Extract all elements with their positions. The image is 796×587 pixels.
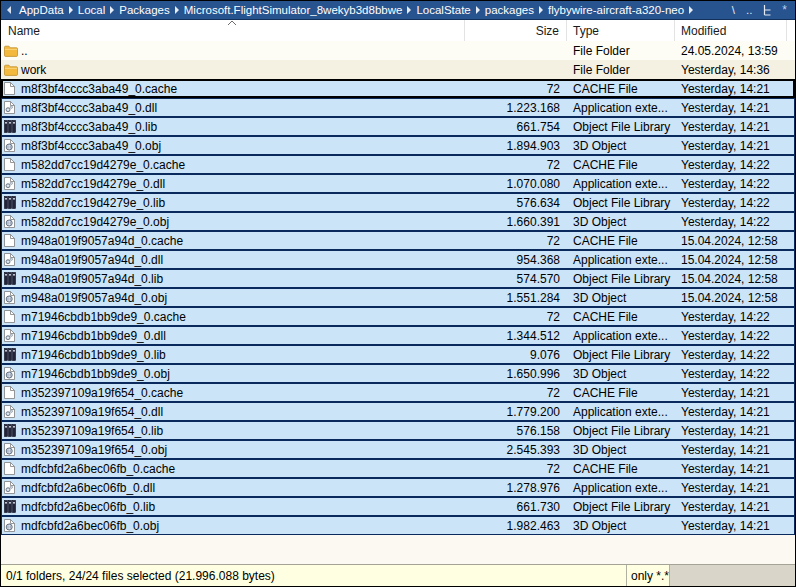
dll-file-icon (1, 329, 20, 342)
file-row[interactable]: m71946cbdb1bb9de9_0.dll1.344.512Applicat… (1, 326, 795, 345)
file-name: m948a019f9057a94d_0.cache (20, 234, 465, 248)
file-type: Application exte... (567, 481, 675, 495)
obj-file-icon (1, 139, 20, 152)
file-row[interactable]: m948a019f9057a94d_0.lib574.570Object Fil… (1, 269, 795, 288)
dll-file-icon (1, 177, 20, 190)
dll-file-icon (1, 481, 20, 494)
column-header-type-label: Type (573, 24, 599, 38)
file-row[interactable]: m8f3bf4cccc3aba49_0.dll1.223.168Applicat… (1, 98, 795, 117)
column-header-name[interactable]: Name (1, 20, 465, 41)
file-type: CACHE File (567, 462, 675, 476)
file-name: m582dd7cc19d4279e_0.cache (20, 158, 465, 172)
column-header-name-label: Name (8, 24, 40, 38)
file-row[interactable]: m352397109a19f654_0.obj2.545.3933D Objec… (1, 440, 795, 459)
breadcrumb-separator-icon[interactable] (110, 6, 114, 14)
file-row[interactable]: m71946cbdb1bb9de9_0.cache72CACHE FileYes… (1, 307, 795, 326)
file-modified: Yesterday, 14:21 (675, 405, 795, 419)
file-modified: Yesterday, 14:22 (675, 215, 795, 229)
breadcrumb-item[interactable]: AppData (15, 4, 68, 16)
file-type: Object File Library (567, 500, 675, 514)
file-size: 9.076 (465, 348, 567, 362)
file-name: m352397109a19f654_0.dll (20, 405, 465, 419)
file-row[interactable]: m352397109a19f654_0.cache72CACHE FileYes… (1, 383, 795, 402)
file-row[interactable]: m582dd7cc19d4279e_0.obj1.660.3913D Objec… (1, 212, 795, 231)
breadcrumb-item[interactable]: Microsoft.FlightSimulator_8wekyb3d8bbwe (180, 4, 407, 16)
column-header-modified-label: Modified (681, 24, 726, 38)
breadcrumb-back-icon[interactable] (7, 6, 11, 14)
breadcrumb-separator-icon[interactable] (689, 6, 693, 14)
breadcrumb-separator-icon[interactable] (539, 6, 543, 14)
file-row[interactable]: mdfcbfd2a6bec06fb_0.lib661.730Object Fil… (1, 497, 795, 516)
lib-file-icon (1, 120, 20, 133)
breadcrumb-separator-icon[interactable] (175, 6, 179, 14)
breadcrumb-separator-icon[interactable] (476, 6, 480, 14)
file-name: mdfcbfd2a6bec06fb_0.lib (20, 500, 465, 514)
filter-indicator[interactable]: only *.* (627, 565, 670, 586)
file-row[interactable]: m352397109a19f654_0.lib576.158Object Fil… (1, 421, 795, 440)
goto-root-icon[interactable]: \ (732, 1, 735, 20)
file-size: 1.344.512 (465, 329, 567, 343)
file-type: CACHE File (567, 82, 675, 96)
dll-file-icon (1, 101, 20, 114)
file-size: 576.634 (465, 196, 567, 210)
cache-file-icon (1, 310, 20, 323)
file-type: 3D Object (567, 139, 675, 153)
file-type: 3D Object (567, 215, 675, 229)
dll-file-icon (1, 405, 20, 418)
file-row[interactable]: m582dd7cc19d4279e_0.dll1.070.080Applicat… (1, 174, 795, 193)
breadcrumb-item[interactable]: flybywire-aircraft-a320-neo (544, 4, 688, 16)
parent-dir-icon[interactable]: .. (746, 1, 752, 20)
breadcrumb-item[interactable]: packages (481, 4, 538, 16)
file-row[interactable]: ..File Folder24.05.2024, 13:59 (1, 41, 795, 60)
file-modified: Yesterday, 14:22 (675, 177, 795, 191)
file-row[interactable]: m8f3bf4cccc3aba49_0.lib661.754Object Fil… (1, 117, 795, 136)
file-row[interactable]: m71946cbdb1bb9de9_0.lib9.076Object File … (1, 345, 795, 364)
file-name: m948a019f9057a94d_0.obj (20, 291, 465, 305)
file-name: work (20, 63, 465, 77)
file-type: Application exte... (567, 329, 675, 343)
file-row[interactable]: workFile FolderYesterday, 14:36 (1, 60, 795, 79)
history-icon[interactable] (763, 5, 771, 16)
breadcrumb-separator-icon[interactable] (69, 6, 73, 14)
file-row[interactable]: m71946cbdb1bb9de9_0.obj1.650.9963D Objec… (1, 364, 795, 383)
file-type: File Folder (567, 63, 675, 77)
obj-file-icon (1, 291, 20, 304)
file-row[interactable]: m352397109a19f654_0.dll1.779.200Applicat… (1, 402, 795, 421)
column-header-type[interactable]: Type (567, 20, 675, 41)
file-row[interactable]: m948a019f9057a94d_0.dll954.368Applicatio… (1, 250, 795, 269)
obj-file-icon (1, 215, 20, 228)
file-name: m8f3bf4cccc3aba49_0.cache (20, 82, 465, 96)
file-row[interactable]: mdfcbfd2a6bec06fb_0.cache72CACHE FileYes… (1, 459, 795, 478)
column-header-modified[interactable]: Modified (675, 20, 787, 41)
file-row[interactable]: m582dd7cc19d4279e_0.cache72CACHE FileYes… (1, 155, 795, 174)
file-row[interactable]: mdfcbfd2a6bec06fb_0.dll1.278.976Applicat… (1, 478, 795, 497)
file-modified: Yesterday, 14:22 (675, 367, 795, 381)
breadcrumb-item[interactable]: Local (74, 4, 110, 16)
breadcrumb-item[interactable]: LocalState (412, 4, 474, 16)
file-size: 1.660.391 (465, 215, 567, 229)
file-name: m352397109a19f654_0.obj (20, 443, 465, 457)
file-row[interactable]: m948a019f9057a94d_0.cache72CACHE File15.… (1, 231, 795, 250)
favorites-icon[interactable]: * (782, 1, 787, 20)
column-header-stub (787, 20, 795, 41)
cache-file-icon (1, 386, 20, 399)
file-modified: 15.04.2024, 12:58 (675, 272, 795, 286)
file-name: m71946cbdb1bb9de9_0.lib (20, 348, 465, 362)
file-size: 72 (465, 310, 567, 324)
file-row[interactable]: m582dd7cc19d4279e_0.lib576.634Object Fil… (1, 193, 795, 212)
column-header-size[interactable]: Size (465, 20, 567, 41)
file-row[interactable]: m8f3bf4cccc3aba49_0.cache72CACHE FileYes… (1, 79, 795, 98)
file-type: CACHE File (567, 158, 675, 172)
breadcrumb-separator-icon[interactable] (407, 6, 411, 14)
file-row[interactable]: m8f3bf4cccc3aba49_0.obj1.894.9033D Objec… (1, 136, 795, 155)
file-type: 3D Object (567, 443, 675, 457)
file-row[interactable]: m948a019f9057a94d_0.obj1.551.2843D Objec… (1, 288, 795, 307)
file-row[interactable]: mdfcbfd2a6bec06fb_0.obj1.982.4633D Objec… (1, 516, 795, 535)
breadcrumb-items: AppDataLocalPackagesMicrosoft.FlightSimu… (15, 4, 694, 16)
file-modified: Yesterday, 14:21 (675, 139, 795, 153)
file-size: 72 (465, 158, 567, 172)
breadcrumb-item[interactable]: Packages (115, 4, 174, 16)
file-name: m8f3bf4cccc3aba49_0.obj (20, 139, 465, 153)
lib-file-icon (1, 196, 20, 209)
file-type: Application exte... (567, 405, 675, 419)
